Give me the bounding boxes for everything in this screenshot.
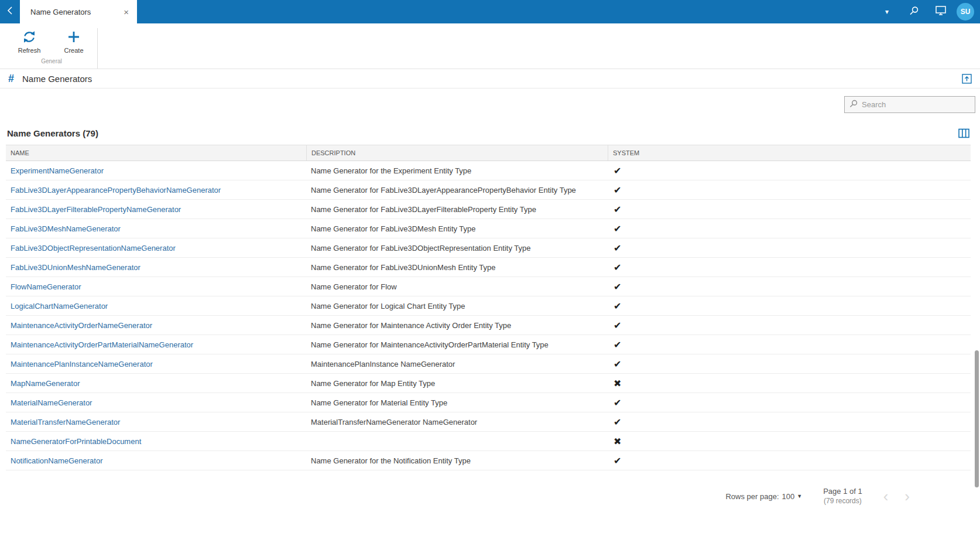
column-header-name[interactable]: NAME <box>6 145 306 161</box>
popout-button[interactable] <box>962 74 972 84</box>
row-name-link[interactable]: MaintenanceActivityOrderPartMaterialName… <box>11 340 193 349</box>
row-name-link[interactable]: MaintenanceActivityOrderNameGenerator <box>11 321 152 330</box>
system-cell: ✔ <box>608 451 971 470</box>
table-row: MaintenanceActivityOrderPartMaterialName… <box>6 335 971 354</box>
system-check-icon: ✔ <box>614 417 621 427</box>
description-cell: MaterialTransferNameGenerator NameGenera… <box>306 418 608 426</box>
table-row: FabLive3DLayerAppearancePropertyBehavior… <box>6 180 971 200</box>
system-check-icon: ✔ <box>614 224 621 234</box>
row-name-link[interactable]: NameGeneratorForPrintableDocument <box>11 437 141 446</box>
name-cell: FabLive3DUnionMeshNameGenerator <box>6 263 306 272</box>
system-check-icon: ✔ <box>614 243 621 253</box>
name-cell: FlowNameGenerator <box>6 282 306 291</box>
table-row: ✔ <box>6 470 971 477</box>
table-row: ExperimentNameGeneratorName Generator fo… <box>6 161 971 180</box>
system-check-icon: ✔ <box>614 204 621 214</box>
search-box[interactable] <box>844 96 975 113</box>
system-cell: ✔ <box>608 238 971 258</box>
ribbon-group-label: General <box>15 58 88 64</box>
avatar[interactable]: SU <box>957 3 974 21</box>
column-header-description[interactable]: DESCRIPTION <box>306 145 608 161</box>
system-cell: ✔ <box>608 180 971 200</box>
plus-icon <box>67 28 81 46</box>
row-name-link[interactable]: FabLive3DUnionMeshNameGenerator <box>11 263 141 272</box>
description-cell: Name Generator for MaintenanceActivityOr… <box>306 340 608 349</box>
row-name-link[interactable]: MaintenancePlanInstanceNameGenerator <box>11 360 153 368</box>
description-cell: Name Generator for Maintenance Activity … <box>306 321 608 330</box>
rows-per-page-dropdown[interactable]: 100 ▼ <box>782 492 803 501</box>
table-row: FabLive3DLayerFilterablePropertyNameGene… <box>6 200 971 219</box>
table-row: MaintenanceActivityOrderNameGeneratorNam… <box>6 316 971 335</box>
tab-title: Name Generators <box>30 8 121 16</box>
close-icon[interactable]: × <box>121 7 131 17</box>
column-header-system[interactable]: SYSTEM <box>608 145 971 161</box>
create-button[interactable]: Create <box>60 28 88 54</box>
menu-dropdown-button[interactable]: ▾ <box>873 0 900 23</box>
pagination-bar: Rows per page: 100 ▼ Page 1 of 1 (79 rec… <box>0 477 980 506</box>
description-cell: Name Generator for FabLive3DObjectRepres… <box>306 244 608 252</box>
table-row: MaterialNameGeneratorName Generator for … <box>6 393 971 412</box>
row-name-link[interactable]: MapNameGenerator <box>11 379 80 388</box>
row-name-link[interactable]: FabLive3DLayerFilterablePropertyNameGene… <box>11 205 181 214</box>
description-cell: Name Generator for FabLive3DLayerAppeara… <box>306 186 608 194</box>
scrollbar-thumb[interactable] <box>975 350 979 487</box>
system-cell: ✔ <box>608 200 971 219</box>
name-cell: MapNameGenerator <box>6 379 306 388</box>
name-cell: LogicalChartNameGenerator <box>6 302 306 310</box>
list-title: Name Generators (79) <box>7 128 98 138</box>
system-check-icon: ✔ <box>614 398 621 408</box>
global-search-button[interactable] <box>900 0 927 23</box>
create-label: Create <box>64 47 83 54</box>
name-cell: MaintenanceActivityOrderPartMaterialName… <box>6 340 306 349</box>
description-cell: MaintenancePlanInstance NameGenerator <box>306 360 608 368</box>
refresh-label: Refresh <box>18 47 41 54</box>
name-cell: ExperimentNameGenerator <box>6 166 306 175</box>
name-cell: FabLive3DObjectRepresentationNameGenerat… <box>6 244 306 252</box>
row-name-link[interactable]: FabLive3DObjectRepresentationNameGenerat… <box>11 244 176 252</box>
topbar-spacer <box>137 0 873 23</box>
name-cell: FabLive3DMeshNameGenerator <box>6 224 306 233</box>
system-cell: ✔ <box>608 219 971 238</box>
system-check-icon: ✔ <box>614 475 621 477</box>
description-cell: Name Generator for FabLive3DUnionMesh En… <box>306 263 608 272</box>
search-input[interactable] <box>862 100 970 109</box>
rows-per-page-label: Rows per page: <box>725 492 779 501</box>
search-icon <box>849 100 858 110</box>
table-row: LogicalChartNameGeneratorName Generator … <box>6 296 971 316</box>
row-name-link[interactable]: FlowNameGenerator <box>11 282 81 291</box>
row-name-link[interactable]: FabLive3DMeshNameGenerator <box>11 224 121 233</box>
system-check-icon: ✔ <box>614 166 621 176</box>
refresh-button[interactable]: Refresh <box>15 28 43 54</box>
next-page-button[interactable]: › <box>904 490 910 502</box>
page-info: Page 1 of 1 <box>823 486 862 496</box>
table-header-row: NAME DESCRIPTION SYSTEM <box>6 145 971 161</box>
name-generators-table: NAME DESCRIPTION SYSTEM ExperimentNameGe… <box>6 145 971 477</box>
table-row: FabLive3DUnionMeshNameGeneratorName Gene… <box>6 258 971 277</box>
records-info: (79 records) <box>823 496 862 506</box>
description-cell: Name Generator for the Experiment Entity… <box>306 166 608 175</box>
ribbon-buttons: Refresh Create <box>15 28 88 54</box>
description-cell: Name Generator for Logical Chart Entity … <box>306 302 608 310</box>
row-name-link[interactable]: ExperimentNameGenerator <box>11 166 104 175</box>
table-row: MapNameGeneratorName Generator for Map E… <box>6 374 971 393</box>
page-info-block: Page 1 of 1 (79 records) <box>823 486 862 506</box>
filter-row <box>0 88 980 121</box>
monitor-button[interactable] <box>927 0 954 23</box>
previous-page-button[interactable]: ‹ <box>883 490 889 502</box>
system-cell: ✔ <box>608 296 971 316</box>
table-row: NameGeneratorForPrintableDocument✖ <box>6 432 971 451</box>
rows-per-page: Rows per page: 100 ▼ <box>725 492 802 501</box>
tab-name-generators[interactable]: Name Generators × <box>20 0 137 23</box>
row-name-link[interactable]: LogicalChartNameGenerator <box>11 302 108 310</box>
name-cell: MaterialTransferNameGenerator <box>6 418 306 426</box>
row-name-link[interactable]: NotificationNameGenerator <box>11 456 103 465</box>
row-name-link[interactable]: FabLive3DLayerAppearancePropertyBehavior… <box>11 186 221 194</box>
row-name-link[interactable]: MaterialTransferNameGenerator <box>11 418 120 426</box>
chevron-down-icon: ▼ <box>797 493 802 499</box>
row-name-link[interactable]: MaterialNameGenerator <box>11 398 92 407</box>
ribbon-toolbar: Refresh Create General <box>0 23 980 69</box>
system-check-icon: ✔ <box>614 262 621 272</box>
column-settings-button[interactable] <box>958 128 969 138</box>
back-button[interactable] <box>0 0 20 23</box>
refresh-icon <box>22 28 36 46</box>
